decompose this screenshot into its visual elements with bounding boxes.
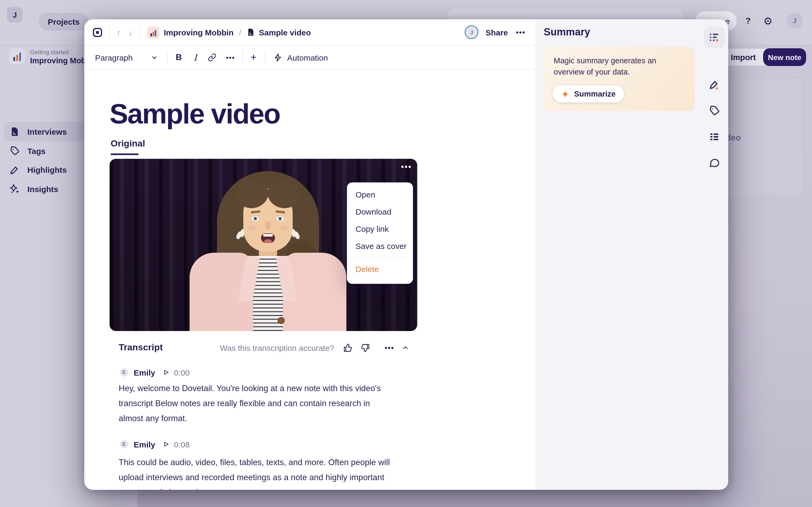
insert-block-button[interactable]: + [251, 52, 256, 63]
speaker-name[interactable]: Emily [134, 368, 155, 377]
breadcrumb-project[interactable]: Improving Mobbin [164, 27, 234, 37]
timestamp[interactable]: 0:08 [174, 440, 190, 449]
side-peek-icon[interactable] [92, 26, 103, 38]
breadcrumb-page[interactable]: Sample video [259, 27, 311, 37]
menu-divider [347, 257, 413, 258]
breadcrumb-project-icon[interactable] [147, 26, 159, 38]
magic-summary-tab-active[interactable] [704, 27, 725, 48]
viewer-avatar[interactable]: J [464, 25, 478, 39]
more-options-icon[interactable]: ••• [516, 28, 525, 37]
breadcrumb-separator: / [239, 27, 241, 37]
tags-tab[interactable] [708, 105, 720, 117]
user-avatar[interactable]: J [787, 13, 803, 29]
project-icon[interactable] [9, 48, 25, 64]
magic-summary-card: Magic summary generates an overview of y… [543, 47, 694, 111]
summarize-button[interactable]: Summarize [553, 85, 624, 103]
divider [140, 26, 140, 39]
speaker-row: E Emily 0:00 [120, 365, 190, 380]
note-title[interactable]: Sample video [110, 98, 280, 130]
editor-toolbar: Paragraph B I ••• + Automation [84, 46, 535, 70]
new-note-button[interactable]: New note [763, 48, 806, 66]
help-icon[interactable]: ? [743, 16, 753, 26]
sparkles-icon [9, 183, 20, 195]
speaker-row: E Emily 0:08 [120, 437, 190, 452]
chevron-down-icon[interactable] [151, 54, 158, 61]
summary-card-text: Magic summary generates an [554, 55, 656, 66]
transcript-paragraph[interactable]: Hey, welcome to Dovetail. You're looking… [119, 381, 381, 426]
breadcrumb-document-icon [247, 28, 255, 37]
menu-item-open[interactable]: Open [347, 186, 413, 203]
note-modal: ↑ ↓ Improving Mobbin / Sample video J Sh… [84, 19, 728, 490]
timestamp[interactable]: 0:00 [174, 368, 190, 377]
thumbs-up-icon[interactable] [344, 343, 353, 352]
previous-note-arrow-icon[interactable]: ↑ [116, 27, 120, 37]
play-icon[interactable] [163, 369, 169, 376]
transcript-paragraph[interactable]: This could be audio, video, files, table… [119, 455, 390, 490]
sidebar-item-projects[interactable]: Projects [39, 13, 89, 31]
menu-item-download[interactable]: Download [347, 203, 413, 220]
project-name[interactable]: Improving Mob [30, 56, 86, 65]
tab-active-underline [111, 154, 139, 155]
block-style-select[interactable]: Paragraph [95, 53, 133, 62]
bold-button[interactable]: B [175, 53, 182, 62]
transcript-more-icon[interactable]: ••• [385, 343, 394, 352]
sidebar-item-label: Interviews [28, 127, 67, 136]
menu-item-save-as-cover[interactable]: Save as cover [347, 237, 413, 254]
transcription-feedback-prompt: Was this transcription accurate? [220, 343, 334, 352]
divider [243, 51, 243, 64]
workspace-logo[interactable]: J [7, 7, 22, 22]
play-icon[interactable] [163, 441, 169, 447]
tag-icon [9, 145, 20, 157]
collapse-chevron-up-icon[interactable] [402, 344, 409, 351]
highlighter-icon [9, 164, 20, 175]
menu-item-delete[interactable]: Delete [347, 260, 413, 277]
more-formatting-icon[interactable]: ••• [226, 53, 235, 61]
video-player[interactable]: ••• Open Download Copy link Save as cove… [110, 159, 417, 331]
next-note-arrow-icon[interactable]: ↓ [129, 27, 133, 37]
comments-tab[interactable] [708, 157, 720, 168]
divider [110, 26, 110, 39]
video-thumbnail-person [187, 166, 348, 331]
modal-header: ↑ ↓ Improving Mobbin / Sample video J Sh… [84, 19, 535, 46]
menu-item-copy-link[interactable]: Copy link [347, 220, 413, 237]
thumbs-down-icon[interactable] [361, 343, 370, 352]
automation-lightning-icon[interactable] [273, 53, 282, 62]
divider [167, 51, 167, 64]
speaker-avatar: E [120, 440, 129, 449]
tab-original[interactable]: Original [111, 138, 145, 149]
video-more-options-icon[interactable]: ••• [401, 162, 412, 171]
project-eyebrow: Getting started [30, 49, 69, 55]
summary-panel: Summary Magic summary generates an overv… [535, 19, 728, 490]
transcript-title: Transcript [119, 342, 163, 353]
fields-list-tab[interactable] [708, 131, 720, 143]
speaker-avatar: E [120, 368, 129, 377]
link-icon[interactable] [208, 53, 216, 62]
transcript-header: Transcript Was this transcription accura… [119, 340, 409, 355]
automation-button[interactable]: Automation [287, 53, 328, 62]
summary-title: Summary [544, 26, 590, 38]
sparkle-icon [561, 90, 569, 98]
divider [264, 51, 265, 64]
speaker-name[interactable]: Emily [134, 440, 155, 449]
video-context-menu: Open Download Copy link Save as cover De… [347, 182, 413, 284]
document-icon [9, 125, 20, 137]
settings-gear-icon[interactable]: ⚙ [762, 15, 774, 27]
magic-highlight-tab[interactable] [708, 79, 720, 91]
bar-chart-icon [13, 57, 15, 61]
italic-button[interactable]: I [194, 52, 197, 62]
share-button[interactable]: Share [486, 27, 508, 37]
